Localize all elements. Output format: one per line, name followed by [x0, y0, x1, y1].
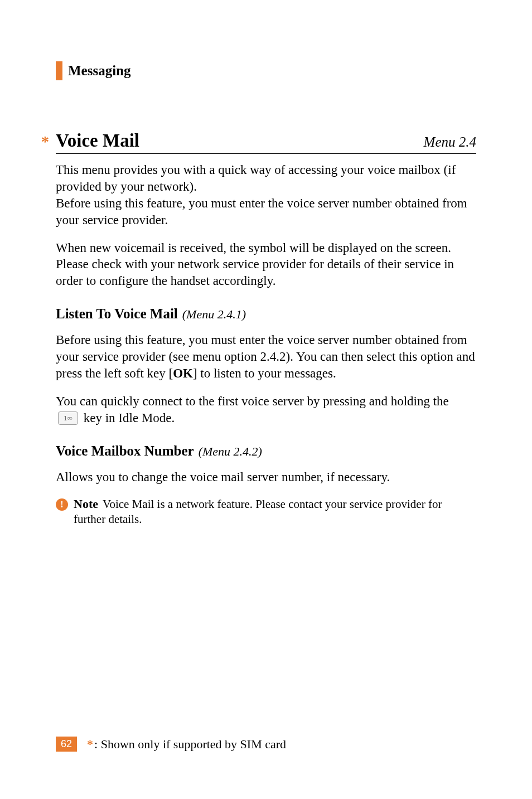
mailbox-menu-ref: (Menu 2.4.2) [199, 444, 262, 459]
listen-menu-ref: (Menu 2.4.1) [182, 307, 246, 322]
vm-para1-line2: Before using this feature, you must ente… [56, 196, 467, 227]
section-header: Messaging [56, 61, 476, 80]
mailbox-para1: Allows you to change the voice mail serv… [56, 469, 476, 486]
voice-mail-heading: Voice Mail [56, 130, 424, 151]
note-text: Voice Mail is a network feature. Please … [74, 497, 442, 526]
footer-text: : Shown only if supported by SIM card [94, 737, 286, 752]
listen-para2: You can quickly connect to the first voi… [56, 393, 476, 427]
listen-para2-b: key in Idle Mode. [80, 411, 175, 425]
note-row: ! NoteVoice Mail is a network feature. P… [56, 497, 476, 527]
footer: 62 * : Shown only if supported by SIM ca… [56, 737, 286, 752]
asterisk-icon: * [41, 133, 50, 151]
listen-para1: Before using this feature, you must ente… [56, 332, 476, 382]
mailbox-heading-row: Voice Mailbox Number (Menu 2.4.2) [56, 443, 476, 459]
note-label: Note [74, 497, 98, 511]
listen-para2-a: You can quickly connect to the first voi… [56, 394, 449, 408]
listen-heading-row: Listen To Voice Mail (Menu 2.4.1) [56, 306, 476, 322]
note-content: NoteVoice Mail is a network feature. Ple… [74, 497, 476, 527]
note-icon: ! [56, 498, 68, 511]
voice-mail-heading-row: * Voice Mail Menu 2.4 [56, 130, 476, 154]
voice-mail-menu-ref: Menu 2.4 [424, 134, 476, 150]
section-title: Messaging [68, 63, 131, 79]
orange-bar-icon [56, 61, 62, 80]
voice-mail-para1: This menu provides you with a quick way … [56, 162, 476, 229]
ok-label: OK [173, 366, 193, 380]
page-number: 62 [56, 737, 77, 752]
voice-mail-para3: When new voicemail is received, the symb… [56, 240, 476, 290]
listen-para1-b: ] to listen to your messages. [193, 366, 336, 380]
footer-asterisk-icon: * [87, 737, 93, 752]
one-key-icon: 1∞ [58, 411, 78, 425]
listen-heading: Listen To Voice Mail [56, 306, 178, 322]
vm-para1-line1: This menu provides you with a quick way … [56, 163, 456, 193]
mailbox-heading: Voice Mailbox Number [56, 443, 194, 459]
